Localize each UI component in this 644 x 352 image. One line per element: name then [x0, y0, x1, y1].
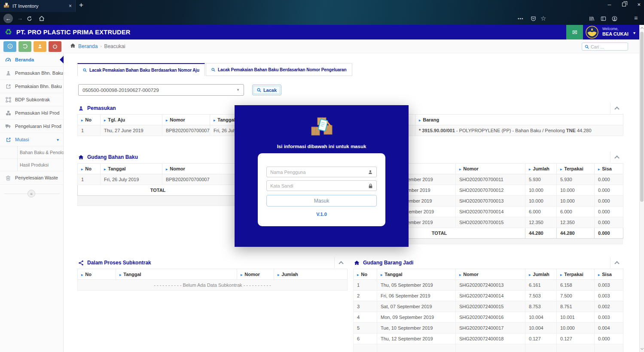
col-header-sisa[interactable]: ▸Sisa [595, 269, 623, 280]
sidebar-item-label: Pemasukan Hsl Prod [15, 110, 59, 115]
sidebar-item-bdp-subkontrak[interactable]: BDP Subkontrak [0, 93, 63, 106]
col-header-no[interactable]: ▸No [78, 269, 116, 280]
search-input[interactable] [591, 44, 621, 49]
sidebar-item-mutasi[interactable]: Mutasi ▾ [0, 133, 63, 146]
sidebar-subitem-hasil-produksi[interactable]: Hasil Produksi [0, 159, 63, 171]
company-title: PT. PRO PLASTIC PRIMA EXTRUDER [16, 29, 130, 36]
empty-row: - - - - - - - - - - Belum Ada Data Subko… [78, 280, 348, 291]
chevron-up-icon [614, 155, 619, 160]
col-header-tanggal[interactable]: ▸Tanggal [101, 164, 162, 174]
collapse-panel-button[interactable] [610, 103, 623, 114]
library-icon[interactable] [589, 16, 595, 23]
col-header-no[interactable]: ▸No [78, 115, 101, 125]
info-button[interactable] [3, 41, 16, 52]
panel-title: Gudang Barang Jadi [363, 260, 413, 266]
scroll-down-icon[interactable] [640, 347, 643, 350]
sidebar-subitem-bahan-baku-penolong[interactable]: Bahan Baku & Penolong [0, 146, 63, 159]
col-header-tgl-aju[interactable]: ▸Tgl. Aju [101, 115, 162, 125]
pocket-icon[interactable] [531, 16, 536, 23]
mail-button[interactable]: ✉ [566, 25, 583, 39]
account-icon[interactable] [612, 16, 617, 23]
col-header-terpakai[interactable]: ▸Terpakai [557, 269, 595, 280]
recycle-logo-icon: ♻ [5, 27, 12, 37]
scroll-up-icon[interactable] [640, 27, 643, 30]
home-button-icon[interactable] [39, 15, 45, 23]
collapse-panel-button[interactable] [334, 257, 347, 268]
bust-icon [78, 106, 84, 111]
col-header-sisa[interactable]: ▸Sisa [595, 164, 623, 174]
col-header-nomor[interactable]: ▸Nomor [162, 115, 210, 125]
customs-emblem-logo[interactable] [586, 26, 598, 40]
col-header-tanggal[interactable]: ▸Tanggal [116, 269, 237, 280]
tab-lacak-nomor-aju[interactable]: Lacak Pemakaian Bahan Baku Berdasarkan N… [77, 63, 205, 76]
back-button[interactable]: ← [3, 14, 13, 23]
sidebar-item-penyelesaian-waste[interactable]: Penyelesaian Waste [0, 171, 63, 185]
window-close-icon[interactable]: × [637, 1, 641, 8]
collapse-panel-button[interactable] [610, 257, 623, 268]
person-icon [368, 170, 373, 175]
sidebar-toggle-icon[interactable] [601, 16, 606, 23]
col-header-no[interactable]: ▸No [354, 269, 377, 280]
chevron-down-icon: ▾ [57, 137, 59, 142]
sidebar-item-pemasukan-hsl-prod[interactable]: Pemasukan Hsl Prod [0, 106, 63, 120]
col-header-nomor[interactable]: ▸Nomor [456, 269, 525, 280]
user-caret-down-icon[interactable]: ▾ [633, 30, 635, 35]
history-button[interactable] [18, 41, 31, 52]
tab-lacak-nomor-pengeluaran[interactable]: Lacak Pemakaian Bahan Baku Berdasarkan N… [206, 63, 352, 76]
panel-subkontrak: Dalam Proses Subkontrak ▸No ▸Tanggal ▸No… [77, 257, 347, 291]
scrollbar-thumb[interactable] [640, 32, 644, 202]
col-header-tanggal[interactable]: ▸Tanggal [377, 269, 456, 280]
dashboard-icon [5, 57, 11, 63]
version-link[interactable]: V.1.0 [258, 212, 385, 217]
lock-icon [368, 183, 373, 188]
col-header-barang[interactable]: ▸Barang [415, 115, 623, 125]
username-label: BEA CUKAI [602, 31, 629, 36]
menu-hamburger-icon[interactable]: ≡ [634, 15, 638, 21]
profile-button[interactable] [34, 41, 46, 52]
collapse-panel-button[interactable] [610, 152, 623, 163]
col-header-no[interactable]: ▸No [78, 164, 101, 174]
boxes-clipboard-icon [309, 115, 335, 139]
lacak-button-label: Lacak [263, 88, 277, 93]
breadcrumb: Beranda › Beacukai [70, 43, 125, 49]
col-header-nomor[interactable]: ▸Nomor [162, 164, 238, 174]
sidebar-item-label: Mutasi [15, 137, 29, 142]
new-tab-button[interactable]: + [79, 1, 83, 9]
tab-favicon-icon [3, 2, 9, 10]
restore-icon[interactable] [622, 3, 626, 6]
sidebar-item-pemasukan-bhn-baku[interactable]: Pemasukan Bhn. Baku [0, 67, 63, 80]
logout-button[interactable] [49, 41, 61, 52]
page-scrollbar[interactable] [639, 25, 644, 352]
col-header-nomor[interactable]: ▸Nomor [237, 269, 274, 280]
sidebar-item-pengeluaran-hsl-prod[interactable]: Pengeluaran Hsl Prod [0, 120, 63, 133]
sidebar-subitem-label: Bahan Baku & Penolong [20, 150, 69, 155]
nomor-aju-select[interactable]: 050500-000098-20190627-000729 ▼ [78, 84, 244, 96]
username-field-wrap [266, 167, 377, 177]
username-input[interactable] [270, 170, 365, 175]
minimize-icon[interactable]: ─ [608, 2, 611, 7]
global-search[interactable] [582, 42, 628, 51]
col-header-jumlah[interactable]: ▸Jumlah [274, 269, 348, 280]
col-header-jumlah[interactable]: ▸Jumlah [525, 269, 557, 280]
masuk-button[interactable]: Masuk [266, 195, 377, 206]
sidebar-item-pemakaian-bhn-baku[interactable]: Pemakaian Bhn. Baku [0, 80, 63, 93]
col-header-terpakai[interactable]: ▸Terpakai [557, 164, 595, 174]
tab-close-icon[interactable]: × [69, 3, 72, 9]
col-header-nomor[interactable]: ▸Nomor [456, 164, 525, 174]
bookmark-star-icon[interactable]: ☆ [540, 15, 546, 22]
browser-tab[interactable]: IT Inventory × [0, 0, 76, 12]
history-icon [22, 43, 28, 51]
cubes-icon [5, 110, 11, 116]
forward-button[interactable]: → [17, 15, 23, 21]
breadcrumb-home-link[interactable]: Beranda [78, 43, 98, 49]
table-row: 1Thu, 05 September 2019SHG20200724000136… [354, 280, 623, 291]
sidebar-collapse-button[interactable]: « [27, 190, 35, 197]
share-alt-icon [78, 260, 84, 266]
refresh-icon[interactable] [27, 15, 32, 23]
col-header-jumlah[interactable]: ▸Jumlah [525, 164, 557, 174]
page-actions-icon[interactable]: ••• [518, 16, 524, 21]
lacak-button[interactable]: Lacak [252, 85, 281, 95]
user-menu[interactable]: Welcome, BEA CUKAI [602, 27, 629, 36]
password-input[interactable] [270, 183, 366, 188]
sidebar-item-beranda[interactable]: Beranda [0, 53, 63, 67]
